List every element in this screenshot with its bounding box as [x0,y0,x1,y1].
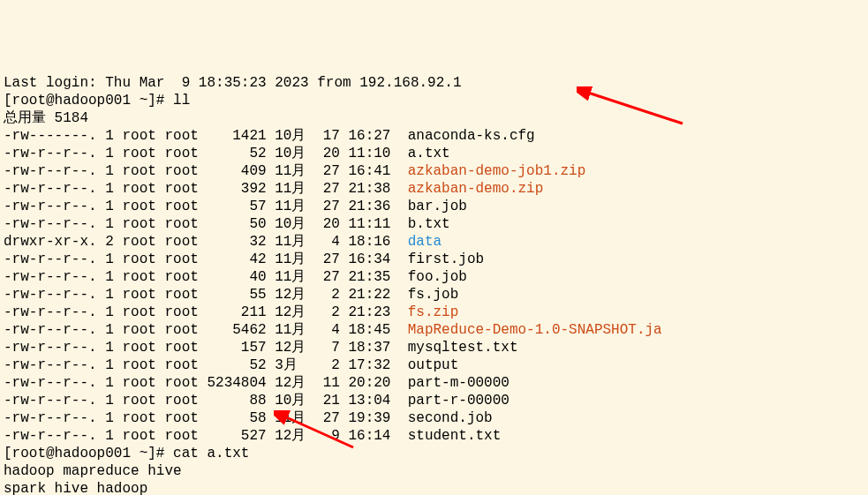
file-name: mysqltest.txt [408,340,518,356]
file-name: azkaban-demo-job1.zip [408,163,586,179]
file-name: student.txt [408,428,502,444]
file-name: fs.job [408,287,459,303]
file-row: -rw-r--r--. 1 root root 55 12月 2 21:22 f… [4,286,864,304]
file-name: b.txt [408,216,450,232]
file-meta: -rw-r--r--. 1 root root 58 11月 27 19:39 [4,410,408,426]
last-login-line: Last login: Thu Mar 9 18:35:23 2023 from… [4,74,864,92]
file-row: drwxr-xr-x. 2 root root 32 11月 4 18:16 d… [4,233,864,251]
file-meta: -rw-r--r--. 1 root root 52 10月 20 11:10 [4,146,408,161]
file-row: -rw-r--r--. 1 root root 50 10月 20 11:11 … [4,215,864,233]
command-line-1: [root@hadoop001 ~]# ll [4,92,864,109]
file-name: anaconda-ks.cfg [408,128,535,144]
file-row: -rw-------. 1 root root 1421 10月 17 16:2… [4,127,864,145]
file-meta: -rw-r--r--. 1 root root 527 12月 9 16:14 [4,428,408,444]
file-meta: -rw-r--r--. 1 root root 50 10月 20 11:11 [4,216,408,232]
last-login-text: Last login: Thu Mar 9 18:35:23 2023 from… [4,75,461,91]
cat-output-line: spark hive hadoop [4,480,864,495]
file-meta: -rw-r--r--. 1 root root 55 12月 2 21:22 [4,287,408,303]
file-meta: -rw-r--r--. 1 root root 57 11月 27 21:36 [4,199,408,214]
file-meta: -rw-r--r--. 1 root root 40 11月 27 21:35 [4,269,408,285]
file-row: -rw-r--r--. 1 root root 409 11月 27 16:41… [4,162,864,180]
file-row: -rw-r--r--. 1 root root 40 11月 27 21:35 … [4,268,864,286]
command-ll: ll [173,93,190,109]
command-cat: cat a.txt [173,446,249,461]
file-name: output [408,357,459,373]
file-meta: -rw-r--r--. 1 root root 88 10月 21 13:04 [4,393,408,409]
file-row: -rw-r--r--. 1 root root 42 11月 27 16:34 … [4,251,864,268]
cat-output-text: spark hive hadoop [4,481,147,495]
file-meta: -rw-r--r--. 1 root root 211 12月 2 21:23 [4,304,408,320]
terminal-output[interactable]: Last login: Thu Mar 9 18:35:23 2023 from… [4,74,864,495]
file-meta: -rw-r--r--. 1 root root 5234804 12月 11 2… [4,375,408,391]
file-row: -rw-r--r--. 1 root root 527 12月 9 16:14 … [4,427,864,445]
file-row: -rw-r--r--. 1 root root 211 12月 2 21:23 … [4,304,864,321]
file-row: -rw-r--r--. 1 root root 57 11月 27 21:36 … [4,198,864,215]
file-row: -rw-r--r--. 1 root root 392 11月 27 21:38… [4,180,864,198]
total-usage-line: 总用量 5184 [4,109,864,127]
cat-output-line: hadoop mapreduce hive [4,462,864,480]
file-row: -rw-r--r--. 1 root root 52 3月 2 17:32 ou… [4,356,864,374]
total-usage-text: 总用量 5184 [4,110,88,126]
command-line-2: [root@hadoop001 ~]# cat a.txt [4,445,864,462]
file-name: first.job [408,251,484,267]
file-row: -rw-r--r--. 1 root root 52 10月 20 11:10 … [4,145,864,162]
file-name: bar.job [408,199,467,214]
file-row: -rw-r--r--. 1 root root 5234804 12月 11 2… [4,374,864,392]
file-name: part-m-00000 [408,375,509,391]
file-name: data [408,234,442,250]
file-row: -rw-r--r--. 1 root root 88 10月 21 13:04 … [4,392,864,409]
file-name: a.txt [408,146,450,161]
file-name: MapReduce-Demo-1.0-SNAPSHOT.ja [408,322,662,338]
shell-prompt: [root@hadoop001 ~]# [4,446,173,461]
file-meta: -rw-r--r--. 1 root root 409 11月 27 16:41 [4,163,408,179]
shell-prompt: [root@hadoop001 ~]# [4,93,173,109]
file-row: -rw-r--r--. 1 root root 58 11月 27 19:39 … [4,409,864,427]
file-meta: -rw-r--r--. 1 root root 42 11月 27 16:34 [4,251,408,267]
file-name: second.job [408,410,493,426]
file-meta: -rw-r--r--. 1 root root 157 12月 7 18:37 [4,340,408,356]
file-meta: -rw-r--r--. 1 root root 5462 11月 4 18:45 [4,322,408,338]
file-meta: -rw-r--r--. 1 root root 392 11月 27 21:38 [4,181,408,197]
file-name: fs.zip [408,304,459,320]
file-meta: -rw-r--r--. 1 root root 52 3月 2 17:32 [4,357,408,373]
file-name: foo.job [408,269,467,285]
file-name: part-r-00000 [408,393,509,409]
cat-output-text: hadoop mapreduce hive [4,463,182,479]
file-meta: drwxr-xr-x. 2 root root 32 11月 4 18:16 [4,234,408,250]
file-meta: -rw-------. 1 root root 1421 10月 17 16:2… [4,128,408,144]
file-row: -rw-r--r--. 1 root root 157 12月 7 18:37 … [4,339,864,356]
file-name: azkaban-demo.zip [408,181,544,197]
file-row: -rw-r--r--. 1 root root 5462 11月 4 18:45… [4,321,864,339]
